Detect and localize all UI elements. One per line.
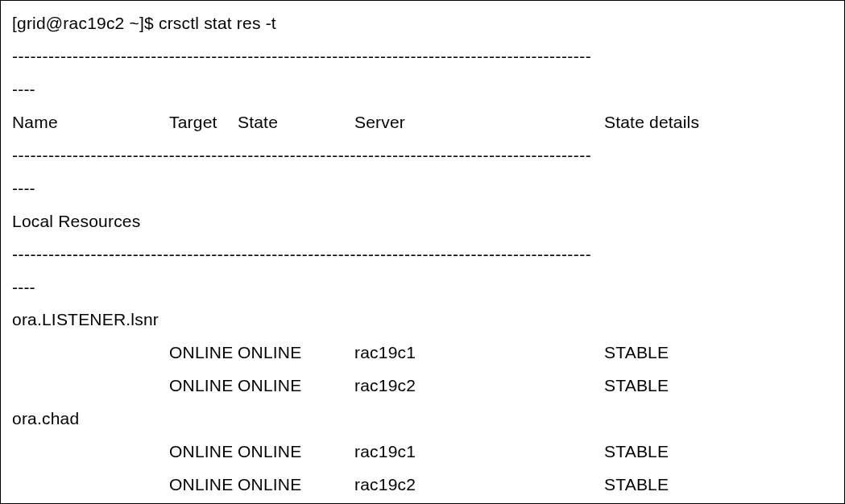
cell-server: rac19c1 [354, 337, 604, 370]
terminal-output: [grid@rac19c2 ~]$ crsctl stat res -t ---… [0, 0, 845, 504]
divider: ----------------------------------------… [12, 40, 833, 73]
cell-server: rac19c2 [354, 370, 604, 403]
resource-name: ora.chad [12, 403, 833, 436]
empty [12, 337, 169, 370]
col-header-details: State details [604, 106, 833, 139]
cell-state: ONLINE [238, 337, 354, 370]
cell-target: ONLINE [169, 370, 238, 403]
cell-state: ONLINE [238, 469, 354, 502]
divider: ----------------------------------------… [12, 139, 833, 172]
cell-details: STABLE [604, 469, 833, 502]
cell-state: ONLINE [238, 436, 354, 469]
divider-short: ---- [12, 271, 833, 304]
cell-target: ONLINE [169, 436, 238, 469]
resource-name: ora.LISTENER.lsnr [12, 304, 833, 337]
section-local-resources: Local Resources [12, 205, 833, 238]
col-header-server: Server [354, 106, 604, 139]
cell-details: STABLE [604, 337, 833, 370]
cell-server: rac19c2 [354, 469, 604, 502]
cell-details: STABLE [604, 370, 833, 403]
table-row: ONLINE ONLINE rac19c1 STABLE [12, 337, 833, 370]
cell-details: STABLE [604, 436, 833, 469]
table-row: ONLINE ONLINE rac19c1 STABLE [12, 436, 833, 469]
col-header-target: Target [169, 106, 238, 139]
cell-server: rac19c1 [354, 436, 604, 469]
cell-target: ONLINE [169, 337, 238, 370]
divider-short: ---- [12, 172, 833, 205]
empty [12, 469, 169, 502]
divider-short: ---- [12, 73, 833, 106]
empty [12, 370, 169, 403]
empty [12, 436, 169, 469]
table-row: ONLINE ONLINE rac19c2 STABLE [12, 469, 833, 502]
cell-state: ONLINE [238, 370, 354, 403]
cell-target: ONLINE [169, 469, 238, 502]
divider: ----------------------------------------… [12, 238, 833, 271]
table-row: ONLINE ONLINE rac19c2 STABLE [12, 370, 833, 403]
col-header-state: State [238, 106, 354, 139]
col-header-name: Name [12, 106, 169, 139]
prompt-line: [grid@rac19c2 ~]$ crsctl stat res -t [12, 7, 833, 40]
header-row: Name Target State Server State details [12, 106, 833, 139]
